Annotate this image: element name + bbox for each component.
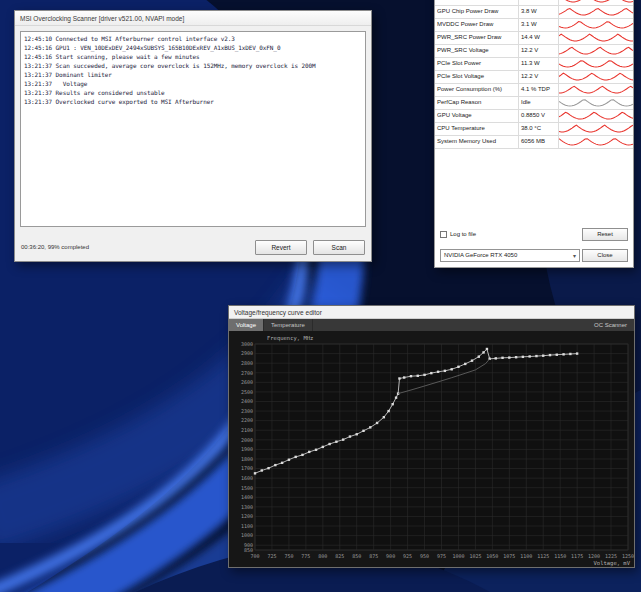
close-button[interactable]: Close xyxy=(582,249,628,262)
log-line: 12:45:16 Start scanning, please wait a f… xyxy=(24,52,362,61)
chevron-down-icon: ▾ xyxy=(573,252,576,259)
monitor-row-graph xyxy=(559,84,633,96)
svg-text:2300: 2300 xyxy=(241,408,253,414)
monitor-row-value: 3.8 W xyxy=(519,6,559,18)
monitor-rows: Board Power Draw 18.2 W GPU Chip Power D… xyxy=(435,0,633,149)
monitor-row-graph xyxy=(559,136,633,148)
monitor-row-value: 0.8850 V xyxy=(519,110,559,122)
log-line: 12:45:10 Connected to MSI Afterburner co… xyxy=(24,34,362,43)
monitor-row-graph xyxy=(559,45,633,57)
svg-text:2400: 2400 xyxy=(241,398,253,404)
monitor-row-graph xyxy=(559,32,633,44)
curve-editor-title: Voltage/frequency curve editor xyxy=(234,309,322,316)
log-line: 13:21:37 Results are considered unstable xyxy=(24,88,362,97)
svg-text:925: 925 xyxy=(403,553,412,559)
svg-text:1250: 1250 xyxy=(622,553,634,559)
svg-text:775: 775 xyxy=(301,553,310,559)
reset-button[interactable]: Reset xyxy=(582,228,628,241)
monitor-row-graph xyxy=(559,110,633,122)
svg-text:2700: 2700 xyxy=(241,370,253,376)
monitor-row-value: 3.1 W xyxy=(519,19,559,31)
svg-text:850: 850 xyxy=(352,553,361,559)
svg-text:2100: 2100 xyxy=(241,427,253,433)
monitor-row-value: Idle xyxy=(519,97,559,109)
scan-progress-status: 00:36:20, 99% completed xyxy=(21,244,89,250)
svg-text:1175: 1175 xyxy=(571,553,583,559)
monitor-row: Power Consumption (%) 4.1 % TDP xyxy=(435,84,633,97)
scanner-titlebar[interactable]: MSI Overclocking Scanner [driver v521.00… xyxy=(15,11,371,26)
svg-text:2500: 2500 xyxy=(241,389,253,395)
svg-text:900: 900 xyxy=(244,542,253,548)
log-line: 13:21:37 Scan succeeded, average core ov… xyxy=(24,61,362,70)
gpu-select[interactable]: NVIDIA GeForce RTX 4050 ▾ xyxy=(440,249,580,262)
monitor-row-graph xyxy=(559,58,633,70)
svg-text:1300: 1300 xyxy=(241,504,253,510)
log-line: 13:21:37 Overclocked curve exported to M… xyxy=(24,97,362,106)
svg-text:1100: 1100 xyxy=(241,523,253,529)
monitor-row-value: 18.2 W xyxy=(519,0,559,5)
svg-text:1700: 1700 xyxy=(241,465,253,471)
svg-text:3000: 3000 xyxy=(241,341,253,347)
svg-text:1900: 1900 xyxy=(241,446,253,452)
monitor-row: MVDDC Power Draw 3.1 W xyxy=(435,19,633,32)
log-line: 13:21:37 Dominant limiter xyxy=(24,70,362,79)
monitor-row-graph xyxy=(559,6,633,18)
monitor-row-value: 6056 MB xyxy=(519,136,559,148)
scanner-bottombar: 00:36:20, 99% completed Revert Scan xyxy=(21,239,365,255)
curve-editor-titlebar[interactable]: Voltage/frequency curve editor xyxy=(229,306,634,319)
revert-button[interactable]: Revert xyxy=(255,240,307,255)
svg-text:1125: 1125 xyxy=(537,553,549,559)
log-to-file-row: Log to file Reset xyxy=(440,227,628,241)
svg-text:1200: 1200 xyxy=(241,513,253,519)
curve-editor-toolbar: Voltage Temperature OC Scanner xyxy=(229,319,634,331)
gpu-select-value: NVIDIA GeForce RTX 4050 xyxy=(444,252,517,258)
svg-text:900: 900 xyxy=(386,553,395,559)
log-line: 12:45:16 GPU1 : VEN_10DExDEV_2494xSUBSYS… xyxy=(24,43,362,52)
tab-temperature[interactable]: Temperature xyxy=(264,319,313,331)
svg-text:1150: 1150 xyxy=(554,553,566,559)
monitor-row-label: PCIe Slot Power xyxy=(435,58,519,70)
svg-text:1400: 1400 xyxy=(241,494,253,500)
scanner-window: MSI Overclocking Scanner [driver v521.00… xyxy=(14,10,372,262)
svg-text:Voltage, mV: Voltage, mV xyxy=(594,560,631,567)
svg-text:875: 875 xyxy=(369,553,378,559)
svg-text:825: 825 xyxy=(335,553,344,559)
svg-text:2000: 2000 xyxy=(241,437,253,443)
log-to-file-label: Log to file xyxy=(450,231,476,237)
svg-text:725: 725 xyxy=(267,553,276,559)
scan-log[interactable]: 12:45:10 Connected to MSI Afterburner co… xyxy=(20,31,366,227)
monitor-row-label: PerfCap Reason xyxy=(435,97,519,109)
monitor-row: PWR_SRC Power Draw 14.4 W xyxy=(435,32,633,45)
scanner-window-title: MSI Overclocking Scanner [driver v521.00… xyxy=(20,15,184,22)
monitor-row: PWR_SRC Voltage 12.2 V xyxy=(435,45,633,58)
monitor-row-value: 38.0 °C xyxy=(519,123,559,135)
monitor-row-graph xyxy=(559,71,633,83)
monitor-row-value: 4.1 % TDP xyxy=(519,84,559,96)
monitor-row-label: MVDDC Power Draw xyxy=(435,19,519,31)
monitor-row-label: Power Consumption (%) xyxy=(435,84,519,96)
svg-text:Frequency, MHz: Frequency, MHz xyxy=(267,335,313,342)
tab-voltage[interactable]: Voltage xyxy=(229,319,264,331)
monitor-row-label: PCIe Slot Voltage xyxy=(435,71,519,83)
monitor-row: CPU Temperature 38.0 °C xyxy=(435,123,633,136)
svg-text:2900: 2900 xyxy=(241,350,253,356)
svg-text:750: 750 xyxy=(284,553,293,559)
monitor-row-value: 11.3 W xyxy=(519,58,559,70)
monitor-row-label: PWR_SRC Power Draw xyxy=(435,32,519,44)
vf-curve-chart[interactable]: 7007257507758008258508759009259509751000… xyxy=(229,331,634,567)
gpu-select-row: NVIDIA GeForce RTX 4050 ▾ Close xyxy=(440,248,628,262)
monitor-row-value: 14.4 W xyxy=(519,32,559,44)
log-to-file-checkbox[interactable] xyxy=(440,231,447,238)
svg-text:2600: 2600 xyxy=(241,379,253,385)
svg-text:1025: 1025 xyxy=(469,553,481,559)
svg-text:1200: 1200 xyxy=(588,553,600,559)
svg-text:975: 975 xyxy=(437,553,446,559)
curve-editor-window: Voltage/frequency curve editor Voltage T… xyxy=(228,305,635,568)
svg-text:1000: 1000 xyxy=(241,532,253,538)
monitor-row-label: CPU Temperature xyxy=(435,123,519,135)
hardware-monitor-panel: Board Power Draw 18.2 W GPU Chip Power D… xyxy=(434,0,634,268)
monitor-row: PCIe Slot Power 11.3 W xyxy=(435,58,633,71)
scan-button[interactable]: Scan xyxy=(313,240,365,255)
monitor-row-graph xyxy=(559,19,633,31)
oc-scanner-button[interactable]: OC Scanner xyxy=(587,319,634,331)
